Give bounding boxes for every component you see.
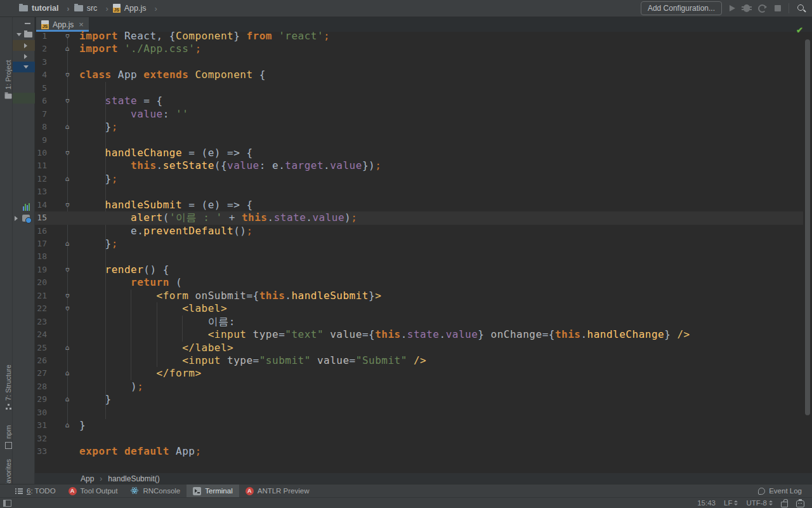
code-text: class App extends Component { <box>79 69 266 81</box>
breadcrumb-item-src[interactable]: src <box>74 4 113 13</box>
line-number[interactable]: 7 <box>35 108 47 121</box>
project-tree-row-highlighted[interactable] <box>13 93 35 104</box>
event-log-icon <box>758 488 765 495</box>
run-with-coverage-icon[interactable] <box>758 4 766 13</box>
project-tree-row-selected[interactable] <box>13 62 35 72</box>
ide-window: tutorial src App.js Add Configuration... <box>0 0 812 508</box>
line-number[interactable]: 15 <box>35 211 47 224</box>
project-tree-row[interactable] <box>13 40 35 51</box>
chevron-right-icon[interactable] <box>24 54 27 59</box>
line-number[interactable]: 17 <box>35 237 47 250</box>
chevron-right-icon[interactable] <box>15 216 18 221</box>
line-number[interactable]: 25 <box>35 342 47 354</box>
line-number[interactable]: 30 <box>35 406 47 419</box>
line-number[interactable]: 13 <box>35 185 47 198</box>
line-number[interactable]: 28 <box>35 380 47 393</box>
toolwindow-rnconsole[interactable]: RNConsole <box>124 485 187 498</box>
breadcrumb-label: tutorial <box>32 4 58 13</box>
toolwindow-event-log[interactable]: Event Log <box>758 487 812 495</box>
code-line: 23 이름: <box>35 316 803 328</box>
fold-end-icon[interactable]: ⌂ <box>62 393 72 406</box>
line-number[interactable]: 5 <box>35 82 47 95</box>
fold-end-icon[interactable]: ⌂ <box>62 173 72 185</box>
fold-start-icon[interactable]: ⌂ <box>62 69 72 81</box>
fold-end-icon[interactable]: ⌂ <box>62 43 72 55</box>
fold-end-icon[interactable]: ⌂ <box>62 367 72 380</box>
line-number[interactable]: 18 <box>35 250 47 263</box>
project-tree-row[interactable] <box>13 201 35 212</box>
run-icon[interactable] <box>730 5 735 11</box>
line-number[interactable]: 11 <box>35 159 47 172</box>
line-number[interactable]: 24 <box>35 328 47 341</box>
close-icon[interactable]: × <box>79 20 84 29</box>
toolwindow-tool-output[interactable]: Tool Output <box>62 485 124 498</box>
line-number[interactable]: 10 <box>35 147 47 159</box>
line-number[interactable]: 26 <box>35 354 47 367</box>
fold-start-icon[interactable]: ⌂ <box>62 30 72 43</box>
code-text: }; <box>79 121 118 133</box>
chevron-right-icon[interactable] <box>24 43 27 48</box>
toolwindow-todo[interactable]: 6: TODO <box>9 485 62 498</box>
caret-position[interactable]: 15:43 <box>697 499 716 507</box>
breadcrumb-item-appjs[interactable]: App.js <box>113 4 162 13</box>
line-number[interactable]: 4 <box>35 69 47 81</box>
line-number[interactable]: 21 <box>35 290 47 302</box>
line-number[interactable]: 12 <box>35 173 47 185</box>
line-number[interactable]: 19 <box>35 264 47 276</box>
line-number[interactable]: 20 <box>35 276 47 289</box>
search-icon[interactable] <box>797 4 806 13</box>
project-tree-row[interactable] <box>13 213 35 224</box>
chevron-down-icon[interactable] <box>23 65 29 69</box>
project-tree-row[interactable] <box>13 51 35 62</box>
fold-start-icon[interactable]: ⌂ <box>62 290 72 302</box>
toggle-toolwindows-icon[interactable] <box>3 500 11 507</box>
breadcrumb-item-tutorial[interactable]: tutorial <box>19 4 74 13</box>
code-editor[interactable]: 1⌂import React, {Component} from 'react'… <box>35 30 803 473</box>
code-text: handleChange = (e) => { <box>79 147 253 159</box>
line-number[interactable]: 23 <box>35 316 47 328</box>
inspections-profile-icon[interactable] <box>796 500 804 507</box>
line-number[interactable]: 14 <box>35 199 47 211</box>
fold-end-icon[interactable]: ⌂ <box>62 342 72 354</box>
fold-start-icon[interactable]: ⌂ <box>62 95 72 107</box>
line-number[interactable]: 8 <box>35 121 47 133</box>
line-separator-widget[interactable]: LF <box>724 499 738 507</box>
fold-start-icon[interactable]: ⌂ <box>62 199 72 211</box>
fold-end-icon[interactable]: ⌂ <box>62 237 72 250</box>
line-number[interactable]: 1 <box>35 30 47 43</box>
debug-icon[interactable] <box>743 4 750 12</box>
inspection-ok-icon[interactable]: ✔ <box>796 25 803 35</box>
toolwindow-terminal[interactable]: Terminal <box>187 485 239 498</box>
react-icon <box>130 486 139 495</box>
chevron-down-icon[interactable] <box>16 33 22 36</box>
code-line: 3 <box>35 56 803 69</box>
breadcrumb-item-handlesubmit[interactable]: handleSubmit() <box>94 474 159 483</box>
stop-icon[interactable] <box>775 5 781 11</box>
fold-start-icon[interactable]: ⌂ <box>62 147 72 159</box>
line-number[interactable]: 32 <box>35 432 47 445</box>
line-number[interactable]: 3 <box>35 56 47 69</box>
toolwindow-antlr-preview[interactable]: ANTLR Preview <box>239 485 316 498</box>
lock-icon[interactable] <box>781 502 788 507</box>
line-number[interactable]: 27 <box>35 367 47 380</box>
line-number[interactable]: 33 <box>35 445 47 458</box>
fold-start-icon[interactable]: ⌂ <box>62 264 72 276</box>
editor-scrollbar[interactable] <box>805 39 810 415</box>
line-number[interactable]: 31 <box>35 419 47 432</box>
project-tree-row[interactable] <box>13 29 35 40</box>
encoding-value: UTF-8 <box>746 499 767 507</box>
fold-end-icon[interactable]: ⌂ <box>62 121 72 133</box>
line-number[interactable]: 16 <box>35 225 47 237</box>
encoding-widget[interactable]: UTF-8 <box>746 499 773 507</box>
fold-start-icon[interactable]: ⌂ <box>62 302 72 315</box>
hide-panel-icon[interactable] <box>25 23 30 24</box>
breadcrumb-item-app[interactable]: App <box>81 474 94 483</box>
fold-end-icon[interactable]: ⌂ <box>62 419 72 432</box>
add-configuration-button[interactable]: Add Configuration... <box>641 1 722 15</box>
line-number[interactable]: 9 <box>35 134 47 147</box>
code-line: 32 <box>35 432 803 445</box>
line-number[interactable]: 6 <box>35 95 47 107</box>
line-number[interactable]: 2 <box>35 43 47 55</box>
line-number[interactable]: 22 <box>35 302 47 315</box>
line-number[interactable]: 29 <box>35 393 47 406</box>
